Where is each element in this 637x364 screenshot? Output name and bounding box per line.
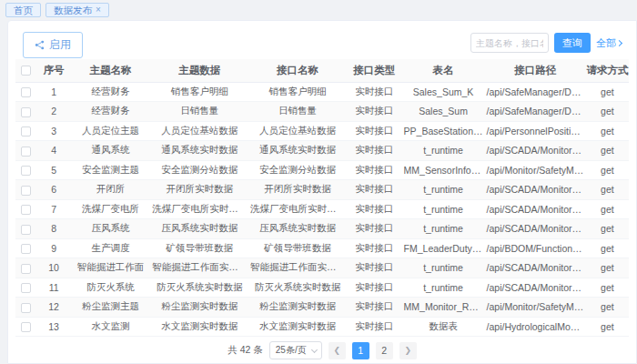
all-link-label: 全部 [596,36,616,50]
table-row: 5安全监测主题安全监测分站数据安全监测分站数据实时接口MM_SensorInfo… [15,160,629,180]
cell-interface-type: 实时接口 [347,238,402,258]
table-row: 6开闭所开闭所实时数据开闭所实时数据实时接口t_runtime/api/SCAD… [15,180,629,200]
row-checkbox-cell [15,278,37,298]
page-buttons: 12 [352,342,393,359]
total-count: 共 42 条 [228,344,263,357]
cell-theme-data: 通风系统实时数据 [150,141,248,161]
page-size-value: 25条/页 [276,345,307,355]
row-checkbox[interactable] [21,264,31,274]
row-checkbox-cell [15,238,37,258]
cell-theme-data: 日销售量 [150,102,248,122]
cell-path: /api/SCADA/Monitor/SCADAM... [485,180,586,200]
cell-method: get [586,180,629,200]
row-checkbox[interactable] [21,283,31,293]
all-link[interactable]: 全部 [596,36,622,50]
cell-path: /api/HydrologicalMonitor/GetR... [485,317,586,337]
cell-method: get [586,238,629,258]
cell-method: get [586,278,629,298]
cell-theme-data: 人员定位基站数据 [150,121,248,141]
cell-interface-type: 实时接口 [347,160,402,180]
cell-interface-type: 实时接口 [347,102,402,122]
row-checkbox[interactable] [21,244,31,254]
row-checkbox-cell [15,82,37,102]
cell-theme-data: 压风系统实时数据 [150,219,248,239]
cell-table-name: Sales_Sum [402,102,485,122]
cell-table-name: t_runtime [402,219,485,239]
cell-seq: 8 [37,219,71,239]
column-header: 序号 [37,59,71,82]
table-row: 11防灭火系统防灭火系统实时数据防灭火系统实时数据实时接口t_runtime/a… [15,278,629,298]
table-row: 1经营财务销售客户明细销售客户明细实时接口Sales_Sum_K/api/Saf… [15,82,629,102]
cell-interface-type: 实时接口 [347,199,402,219]
content-panel: 启用 查询 全部 序号主题名称主题数据接口名称接口类型表名接口路径请求方式 1经… [7,20,637,364]
page-size-select[interactable]: 25条/页 [269,341,322,359]
cell-method: get [586,141,629,161]
page-button-1[interactable]: 1 [352,342,369,359]
cell-method: get [586,82,629,102]
row-checkbox[interactable] [21,225,31,235]
select-all-checkbox[interactable] [21,66,31,76]
cell-method: get [586,121,629,141]
cell-interface-name: 矿领导带班数据 [248,238,347,258]
cell-theme-data: 安全监测分站数据 [150,160,248,180]
cell-table-name: MM_Monitor_RealTime [402,298,485,318]
row-checkbox[interactable] [21,107,31,117]
cell-seq: 3 [37,121,71,141]
row-checkbox[interactable] [21,322,31,332]
cell-theme: 开闭所 [71,180,151,200]
cell-path: /api/SafeManager/DataSubject... [485,102,586,122]
enable-button[interactable]: 启用 [23,32,83,58]
cell-theme: 压风系统 [71,219,151,239]
cell-seq: 10 [37,258,71,278]
search-input[interactable] [470,33,549,53]
cell-seq: 12 [37,298,71,318]
cell-seq: 7 [37,199,71,219]
cell-interface-name: 水文监测实时数据 [248,317,347,337]
cell-interface-type: 实时接口 [347,278,402,298]
search-group: 查询 全部 [470,33,622,53]
table-row: 9生产调度矿领导带班数据矿领导带班数据实时接口FM_LeaderDutyTabl… [15,238,629,258]
column-header: 主题数据 [150,59,248,82]
tab-data-publish[interactable]: 数据发布 × [46,3,109,18]
cell-theme: 经营财务 [71,102,151,122]
table-row: 13水文监测水文监测实时数据水文监测实时数据实时接口数据表/api/Hydrol… [15,317,629,337]
cell-interface-name: 压风系统实时数据 [248,219,347,239]
prev-page-button[interactable]: ❮ [329,342,346,359]
header-checkbox-cell [15,59,37,82]
page-button-2[interactable]: 2 [376,342,393,359]
cell-theme-data: 水文监测实时数据 [150,317,248,337]
row-checkbox[interactable] [21,87,31,97]
close-icon[interactable]: × [96,5,101,15]
row-checkbox[interactable] [21,147,31,157]
cell-interface-name: 防灭火系统实时数据 [248,278,347,298]
chevron-right-icon [616,39,622,46]
row-checkbox[interactable] [21,166,31,176]
cell-theme: 粉尘监测主题 [71,298,151,318]
tab-home[interactable]: 首页 [5,3,41,18]
tab-home-label: 首页 [14,5,33,15]
row-checkbox[interactable] [21,303,31,313]
cell-interface-name: 粉尘监测实时数据 [248,298,347,318]
cell-path: /api/Monitor/SafetyMonitoring... [485,298,586,318]
cell-table-name: Sales_Sum_K [402,82,485,102]
cell-interface-name: 智能掘进工作面实时数据 [248,258,347,278]
cell-theme: 安全监测主题 [71,160,151,180]
table-body: 1经营财务销售客户明细销售客户明细实时接口Sales_Sum_K/api/Saf… [15,82,629,337]
row-checkbox[interactable] [21,126,31,136]
table-row: 3人员定位主题人员定位基站数据人员定位基站数据实时接口PP_BaseStatio… [15,121,629,141]
row-checkbox[interactable] [21,205,31,215]
cell-theme-data: 智能掘进工作面实时数据 [150,258,248,278]
cell-path: /api/SCADA/Monitor/SCADAM... [485,278,586,298]
query-button[interactable]: 查询 [554,33,591,53]
data-table: 序号主题名称主题数据接口名称接口类型表名接口路径请求方式 1经营财务销售客户明细… [15,59,629,337]
row-checkbox-cell [15,199,37,219]
row-checkbox-cell [15,121,37,141]
cell-theme-data: 洗煤厂变电所实时数据 [150,199,248,219]
cell-path: /api/SafeManager/DataSubject... [485,82,586,102]
row-checkbox[interactable] [21,186,31,196]
column-header: 表名 [402,59,485,82]
cell-theme: 智能掘进工作面 [71,258,151,278]
next-page-button[interactable]: ❯ [399,342,417,359]
cell-method: get [586,258,629,278]
cell-method: get [586,199,629,219]
